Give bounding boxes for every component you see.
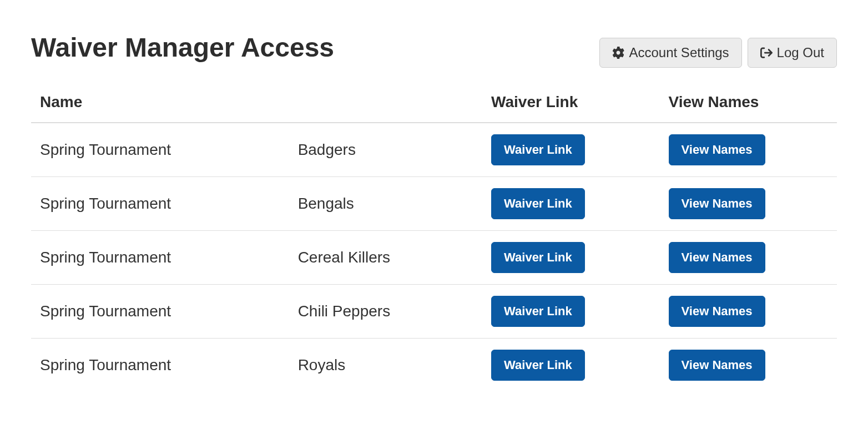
view-names-button[interactable]: View Names [669, 188, 765, 219]
cell-waiver-link: Waiver Link [482, 177, 659, 231]
cell-team-name: Chili Peppers [289, 285, 482, 339]
cell-view-names: View Names [660, 123, 837, 177]
waiver-link-button[interactable]: Waiver Link [491, 188, 585, 219]
column-header-waiver-link: Waiver Link [482, 85, 659, 123]
cell-team-name: Cereal Killers [289, 231, 482, 285]
waiver-link-button[interactable]: Waiver Link [491, 134, 585, 165]
waiver-link-button[interactable]: Waiver Link [491, 350, 585, 381]
column-header-view-names: View Names [660, 85, 837, 123]
sign-out-icon [760, 47, 773, 59]
page-title: Waiver Manager Access [31, 33, 334, 63]
cell-waiver-link: Waiver Link [482, 285, 659, 339]
cell-team-name: Royals [289, 339, 482, 392]
cell-view-names: View Names [660, 339, 837, 392]
cell-event-name: Spring Tournament [31, 339, 289, 392]
table-header-row: Name Waiver Link View Names [31, 85, 837, 123]
table-row: Spring TournamentBadgersWaiver LinkView … [31, 123, 837, 177]
cell-waiver-link: Waiver Link [482, 339, 659, 392]
cell-view-names: View Names [660, 285, 837, 339]
cell-team-name: Badgers [289, 123, 482, 177]
view-names-button[interactable]: View Names [669, 134, 765, 165]
account-settings-button[interactable]: Account Settings [599, 38, 741, 68]
waiver-link-button[interactable]: Waiver Link [491, 296, 585, 327]
logout-label: Log Out [777, 46, 824, 59]
cell-event-name: Spring Tournament [31, 285, 289, 339]
waiver-link-button[interactable]: Waiver Link [491, 242, 585, 273]
header-buttons: Account Settings Log Out [599, 38, 837, 68]
table-row: Spring TournamentRoyalsWaiver LinkView N… [31, 339, 837, 392]
table-row: Spring TournamentBengalsWaiver LinkView … [31, 177, 837, 231]
waiver-table: Name Waiver Link View Names Spring Tourn… [31, 85, 837, 392]
column-header-name: Name [31, 85, 482, 123]
view-names-button[interactable]: View Names [669, 350, 765, 381]
cell-team-name: Bengals [289, 177, 482, 231]
cell-waiver-link: Waiver Link [482, 123, 659, 177]
view-names-button[interactable]: View Names [669, 296, 765, 327]
page-header: Waiver Manager Access Account Settings L… [31, 33, 837, 68]
account-settings-label: Account Settings [629, 46, 729, 59]
gear-icon [612, 47, 624, 59]
cell-event-name: Spring Tournament [31, 231, 289, 285]
cell-event-name: Spring Tournament [31, 177, 289, 231]
cell-event-name: Spring Tournament [31, 123, 289, 177]
table-row: Spring TournamentCereal KillersWaiver Li… [31, 231, 837, 285]
cell-waiver-link: Waiver Link [482, 231, 659, 285]
cell-view-names: View Names [660, 177, 837, 231]
cell-view-names: View Names [660, 231, 837, 285]
logout-button[interactable]: Log Out [748, 38, 837, 68]
view-names-button[interactable]: View Names [669, 242, 765, 273]
table-row: Spring TournamentChili PeppersWaiver Lin… [31, 285, 837, 339]
